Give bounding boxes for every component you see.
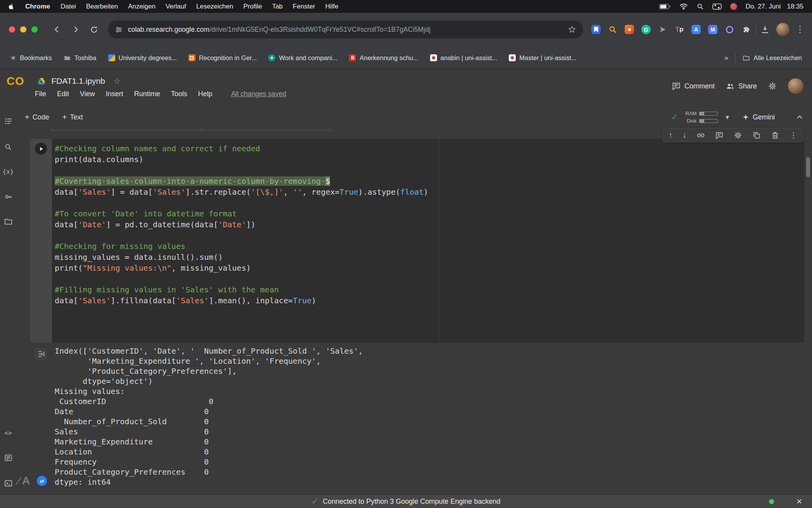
bookmark-item-anabin[interactable]: anabin | uni-assist... xyxy=(430,54,497,62)
spotlight-search-icon[interactable] xyxy=(696,3,704,10)
comment-button[interactable]: Comment xyxy=(672,81,715,91)
back-button[interactable] xyxy=(48,25,66,34)
colab-logo[interactable]: CO xyxy=(7,75,24,88)
bookmarks-overflow-button[interactable]: » xyxy=(724,54,729,62)
code-line[interactable]: #Coverting·sales·column·into·a·numeric·c… xyxy=(55,176,804,187)
colab-menu-file[interactable]: File xyxy=(35,88,52,100)
menubar-item-datei[interactable]: Datei xyxy=(55,3,81,10)
colab-menu-runtime[interactable]: Runtime xyxy=(129,88,166,100)
files-folder-icon[interactable] xyxy=(2,215,14,228)
cell-settings-gear-icon[interactable] xyxy=(734,131,742,140)
extension-icon-bookmark-manager[interactable] xyxy=(590,24,602,35)
resource-gauges[interactable]: RAM Disk xyxy=(683,111,718,124)
menubar-item-hilfe[interactable]: Hilfe xyxy=(320,3,344,10)
variables-icon[interactable]: {x} xyxy=(2,165,14,178)
bookmark-item-master[interactable]: Master | uni-assist... xyxy=(509,54,576,62)
menubar-item-profile[interactable]: Profile xyxy=(238,3,267,10)
bookmark-item-bookmarks[interactable]: ★ Bookmarks xyxy=(10,54,52,62)
menubar-item-lesezeichen[interactable]: Lesezeichen xyxy=(191,3,238,10)
bookmark-item-university[interactable]: University degrees... xyxy=(108,54,177,62)
code-line[interactable] xyxy=(55,273,804,284)
bookmark-star-icon[interactable] xyxy=(568,25,576,34)
command-palette-icon[interactable] xyxy=(2,451,14,464)
menubar-item-fenster[interactable]: Fenster xyxy=(288,3,320,10)
code-line[interactable]: print("Missing values:\n", missing_value… xyxy=(55,263,804,273)
share-button[interactable]: Share xyxy=(726,81,757,91)
apple-menu-icon[interactable] xyxy=(0,3,20,10)
code-line[interactable] xyxy=(55,197,804,208)
code-snippets-icon[interactable]: <> xyxy=(2,427,14,439)
star-notebook-icon[interactable]: ☆ xyxy=(114,76,121,86)
add-text-button[interactable]: + Text xyxy=(58,111,88,124)
battery-icon[interactable] xyxy=(659,4,671,9)
colab-menu-view[interactable]: View xyxy=(74,88,100,100)
browser-menu-icon[interactable]: ⋮ xyxy=(796,24,804,35)
settings-gear-icon[interactable] xyxy=(768,81,777,91)
move-cell-up-icon[interactable]: ↑ xyxy=(669,131,672,140)
output-icon[interactable] xyxy=(35,347,47,360)
extension-icon-translate[interactable]: A xyxy=(690,24,702,35)
bookmark-item-anerkennung[interactable]: B Anerkennung schu... xyxy=(349,54,418,62)
code-line[interactable] xyxy=(55,230,804,241)
extension-icon-purple-ring[interactable] xyxy=(724,24,735,35)
cell-more-icon[interactable]: ⋮ xyxy=(790,131,797,140)
menubar-item-verlauf[interactable]: Verlauf xyxy=(161,3,191,10)
window-minimize-button[interactable] xyxy=(20,26,26,33)
window-close-button[interactable] xyxy=(9,26,15,33)
browser-profile-avatar[interactable] xyxy=(776,23,790,36)
site-settings-icon[interactable] xyxy=(115,26,123,34)
find-replace-icon[interactable] xyxy=(2,141,14,153)
wifi-icon[interactable] xyxy=(679,3,688,10)
table-of-contents-icon[interactable] xyxy=(2,115,14,127)
all-bookmarks-button[interactable]: Alle Lesezeichen xyxy=(743,54,802,62)
extension-icon-gray-arrow[interactable] xyxy=(657,24,669,35)
url-text[interactable]: colab.research.google.com/drive/1mNkG5En… xyxy=(128,26,430,34)
link-cell-icon[interactable] xyxy=(696,131,705,140)
secrets-key-icon[interactable] xyxy=(2,190,14,203)
reload-button[interactable] xyxy=(85,25,103,34)
downloads-icon[interactable] xyxy=(760,24,770,35)
address-bar[interactable]: colab.research.google.com/drive/1mNkG5En… xyxy=(108,21,583,38)
code-line[interactable]: data['Sales'] = data['Sales'].str.replac… xyxy=(55,187,804,197)
comment-cell-icon[interactable] xyxy=(715,131,724,140)
code-line[interactable]: #Checking column names and correct if ne… xyxy=(55,143,804,154)
status-close-icon[interactable]: × xyxy=(796,496,802,507)
extension-icon-orange-tool[interactable] xyxy=(624,24,635,35)
add-code-button[interactable]: + Code xyxy=(20,111,54,124)
run-cell-button[interactable] xyxy=(35,143,47,155)
extensions-puzzle-icon[interactable] xyxy=(740,24,752,35)
control-center-icon[interactable] xyxy=(712,3,722,10)
mirror-cell-icon[interactable] xyxy=(752,131,761,140)
menubar-clock[interactable]: Do. 27. Juni 18:35 xyxy=(746,3,803,10)
bookmark-item-work[interactable]: Work and compani... xyxy=(268,54,337,62)
runtime-dropdown-caret[interactable]: ▾ xyxy=(726,113,729,121)
code-line[interactable]: print(data.columns) xyxy=(55,154,804,165)
extension-icon-merlin[interactable]: M xyxy=(707,24,719,35)
code-line[interactable]: missing_values = data.isnull().sum() xyxy=(55,252,804,263)
delete-cell-icon[interactable] xyxy=(771,131,779,140)
menubar-app-name[interactable]: Chrome xyxy=(20,3,55,10)
code-line[interactable]: data['Date'] = pd.to_datetime(data['Date… xyxy=(55,219,804,230)
menubar-item-bearbeiten[interactable]: Bearbeiten xyxy=(81,3,123,10)
extension-icon-search-amber[interactable] xyxy=(607,24,619,35)
code-line[interactable]: #Checking for missing values xyxy=(55,241,804,252)
colab-menu-tools[interactable]: Tools xyxy=(166,88,193,100)
colab-menu-edit[interactable]: Edit xyxy=(52,88,74,100)
move-cell-down-icon[interactable]: ↓ xyxy=(682,131,686,140)
code-line[interactable] xyxy=(55,165,804,176)
code-line[interactable]: #Filling missing values in 'Sales' with … xyxy=(55,284,804,295)
colab-menu-help[interactable]: Help xyxy=(193,88,218,100)
bookmark-item-toshiba[interactable]: Toshiba xyxy=(64,54,97,62)
collapse-toolbar-icon[interactable] xyxy=(795,112,804,122)
colab-profile-avatar[interactable] xyxy=(788,78,803,94)
bookmark-item-recognition[interactable]: Recognition in Ger... xyxy=(188,54,257,62)
forward-button[interactable] xyxy=(66,25,85,34)
code-line[interactable]: #To convert 'Date' into datetime format xyxy=(55,208,804,219)
menubar-item-anzeigen[interactable]: Anzeigen xyxy=(123,3,161,10)
notebook-filename[interactable]: FDAT1.1.ipynb xyxy=(52,76,105,86)
code-line[interactable]: data['Sales'].fillna(data['Sales'].mean(… xyxy=(55,295,804,306)
extension-icon-grammarly[interactable]: G xyxy=(640,24,652,35)
menubar-item-tab[interactable]: Tab xyxy=(267,3,288,10)
window-zoom-button[interactable] xyxy=(31,26,38,33)
floating-overlay-badge[interactable]: ⇄ xyxy=(37,476,47,486)
